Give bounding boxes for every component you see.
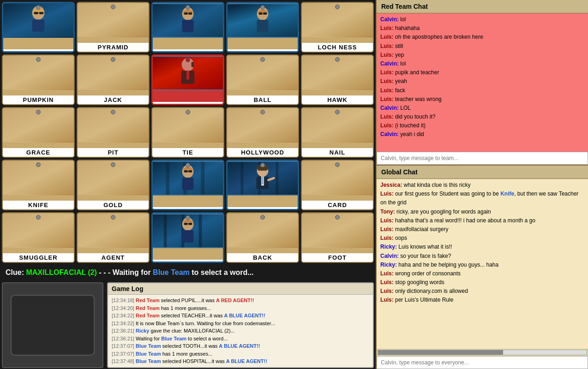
log-entry: [12:37:07] Blue Team has 1 more guesses.… [112,350,369,358]
card-2[interactable] [151,2,224,53]
blue-team-label: Blue Team [153,268,190,276]
card-pin [36,5,41,10]
svg-rect-47 [241,162,244,195]
svg-rect-66 [188,223,192,225]
global-chat-input[interactable] [377,356,588,369]
card-label: GOLD [78,201,149,209]
card-pin [111,5,115,9]
card-5[interactable]: PUMPKIN [2,54,75,105]
card-12[interactable]: TIE [151,107,224,158]
card-pin [186,215,190,220]
chat-message: Calvin: so your face is fake? [380,252,584,261]
card-label [228,207,298,209]
svg-rect-44 [188,170,192,173]
card-pin [260,110,265,114]
global-chat-messages[interactable]: Jessica: what kinda clue is this ricky L… [377,179,588,349]
chat-message: Luis: teacher was wrong [380,95,584,104]
card-label: KNIFE [3,201,74,209]
card-11[interactable]: PIT [77,107,150,158]
card-label: PYRAMID [78,43,149,52]
card-14[interactable]: NAIL [301,107,374,158]
card-label: JACK [78,95,149,104]
score-board [2,282,103,368]
card-18[interactable] [226,160,299,210]
game-log-title: Game Log [108,283,373,295]
log-entry: [12:37:48] Blue Team selected HOSPITAL..… [112,357,369,365]
card-label: BALL [227,95,298,104]
chat-message: Luis: oh the apostrophes are broken here [380,33,584,42]
svg-rect-70 [11,295,94,355]
card-pin [111,110,115,114]
card-pin [335,215,340,220]
card-0[interactable] [2,2,75,53]
card-22[interactable] [151,212,224,263]
card-7[interactable] [151,54,224,105]
chat-message: Luis: yep [380,51,584,60]
svg-rect-40 [201,162,205,195]
card-pin [335,5,340,9]
svg-rect-64 [182,230,194,243]
chat-message: Luis: oops [380,234,584,243]
card-19[interactable]: CARD [301,160,374,210]
svg-rect-38 [166,162,170,195]
chat-message: Calvin: lol [380,60,584,68]
global-chat: Global Chat Jessica: what kinda clue is … [377,165,588,369]
red-chat-header: Red Team Chat [377,0,588,13]
card-label: CARD [302,201,373,209]
card-24[interactable]: FOOT [301,212,374,263]
svg-rect-17 [258,12,263,15]
card-8[interactable]: BALL [226,54,299,105]
chat-message: Luis: stop googling words [380,278,584,287]
card-pin [36,215,41,220]
svg-rect-4 [34,12,39,14]
card-20[interactable]: SMUGGLER [2,212,75,263]
chat-message: Luis: still [380,42,584,51]
clue-word: MAXILLOFACIAL (2) [26,268,96,276]
svg-rect-3 [32,19,45,32]
card-pin [335,110,340,114]
card-9[interactable]: HAWK [301,54,374,105]
svg-rect-54 [262,177,264,184]
chat-message: Luis: per Luis's Ultimate Rule [380,296,584,304]
card-label [153,49,223,51]
log-entry: [12:34:18] Red Team selected PUPIL....it… [112,297,369,304]
card-pin [186,5,190,10]
main-layout: PYRAMID [0,0,588,369]
global-scrollbar-area [377,349,588,356]
chat-message: Luis: only dictionary.com is allowed [380,287,584,296]
right-sidebar: Red Team Chat Calvin: lol Luis: hahahaha… [376,0,588,369]
card-23[interactable]: BACK [226,212,299,263]
card-13[interactable]: HOLLYWOOD [226,107,299,158]
card-pin [335,57,340,62]
card-4[interactable]: LOCH NESS [301,2,374,53]
red-team-chat: Red Team Chat Calvin: lol Luis: hahahaha… [377,0,588,165]
card-label [3,49,73,51]
card-6[interactable]: JACK [77,54,150,105]
card-17[interactable] [151,160,224,210]
chat-message: Luis: pupik and teacher [380,68,584,77]
card-10[interactable]: GRACE [2,107,75,158]
card-label [153,260,223,262]
card-16[interactable]: GOLD [77,160,150,210]
card-15[interactable]: KNIFE [2,160,75,210]
card-label [228,49,298,51]
game-log-content[interactable]: [12:34:18] Red Team selected PUPIL....it… [108,295,373,367]
chat-message: Luis: maxifollaciaal surgery [380,225,584,234]
card-pin [335,162,340,167]
chat-message: Jessica: what kinda clue is this ricky [380,181,584,190]
chat-message: Luis: hahahaha [380,24,584,33]
card-pin [260,163,265,167]
card-1[interactable]: PYRAMID [77,2,150,53]
chat-message: Luis: did you touch it? [380,113,584,121]
card-3[interactable] [226,2,299,53]
global-scrollbar[interactable] [378,350,587,355]
card-21[interactable]: AGENT [77,212,150,263]
chat-message: Tony: ricky, are you googling for words … [380,208,584,216]
red-chat-messages[interactable]: Calvin: lol Luis: hahahaha Luis: oh the … [377,13,588,152]
bottom-row: Game Log [12:34:18] Red Team selected PU… [0,280,376,369]
global-chat-header: Global Chat [377,165,588,179]
svg-rect-16 [257,20,269,32]
red-chat-input[interactable] [377,152,588,165]
chat-message: Ricky: Luis knows what it is!! [380,243,584,251]
svg-rect-43 [184,170,188,173]
